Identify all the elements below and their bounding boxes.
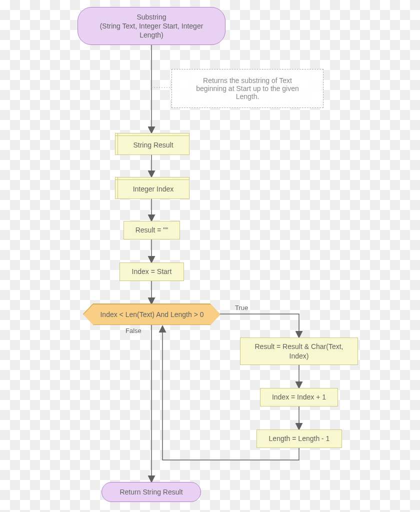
comment-line1: Returns the substring of Text — [196, 76, 298, 84]
decision-condition: Index < Len(Text) And Length > 0 — [84, 304, 220, 325]
decision-text: Index < Len(Text) And Length > 0 — [100, 310, 204, 318]
process-inc-index: Index = Index + 1 — [260, 388, 338, 406]
process-assign-index: Index = Start — [120, 262, 184, 281]
start-line3: Length) — [100, 30, 204, 40]
comment-box: Returns the substring of Text beginning … — [172, 69, 324, 108]
label-true: True — [235, 304, 248, 312]
process-assign-result: Result = "" — [124, 221, 180, 240]
declare-index-text: Integer Index — [118, 180, 189, 198]
append-line2: Index) — [254, 352, 343, 360]
declare-index: Integer Index — [115, 177, 190, 199]
start-line1: Substring — [100, 12, 204, 22]
assign-result-text: Result = "" — [136, 226, 168, 234]
append-line1: Result = Result & Char(Text, — [254, 342, 343, 351]
comment-line2: beginning at Start up to the given — [196, 84, 298, 92]
return-text: Return String Result — [120, 488, 182, 496]
start-line2: (String Text, Integer Start, Integer — [100, 22, 204, 30]
label-false: False — [126, 327, 142, 334]
process-dec-length: Length = Length - 1 — [256, 430, 342, 448]
assign-index-text: Index = Start — [132, 267, 172, 276]
terminator-return: Return String Result — [102, 482, 201, 502]
process-append: Result = Result & Char(Text, Index) — [240, 338, 358, 365]
dec-length-text: Length = Length - 1 — [269, 434, 330, 443]
declare-result: String Result — [115, 133, 190, 155]
terminator-start: Substring (String Text, Integer Start, I… — [78, 7, 226, 45]
declare-result-text: String Result — [118, 136, 189, 154]
inc-index-text: Index = Index + 1 — [272, 392, 326, 402]
comment-line3: Length. — [196, 92, 298, 100]
